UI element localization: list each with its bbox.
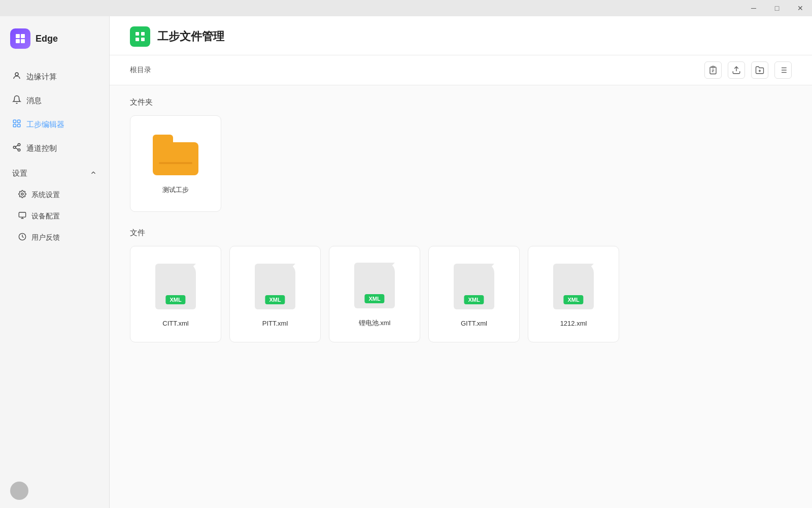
settings-child-feedback[interactable]: 用户反馈: [0, 227, 109, 248]
xml-file-icon: XML: [553, 264, 594, 309]
file-name: PITT.xml: [262, 320, 288, 327]
svg-rect-20: [141, 32, 145, 36]
minimize-button[interactable]: ─: [742, 0, 765, 16]
sidebar-nav: 边缘计算 消息 工步编辑器: [0, 61, 109, 473]
file-card-lithium[interactable]: XML 锂电池.xml: [329, 246, 420, 342]
content-area: 文件夹 测试工步 文件: [110, 85, 812, 508]
clipboard-button[interactable]: [704, 61, 722, 79]
chevron-up-icon: [90, 169, 97, 178]
clock-icon: [18, 233, 26, 243]
share-icon: [12, 143, 21, 154]
svg-rect-19: [136, 32, 139, 36]
sidebar-item-label: 通道控制: [26, 144, 57, 153]
sidebar-item-label: 消息: [26, 96, 42, 106]
settings-child-label: 系统设置: [31, 190, 60, 200]
gear-icon: [18, 190, 26, 200]
sidebar: Edge 边缘计算 消息: [0, 0, 110, 508]
avatar[interactable]: [10, 482, 28, 500]
svg-rect-22: [141, 38, 145, 41]
settings-child-device[interactable]: 设备配置: [0, 206, 109, 227]
xml-file-icon: XML: [454, 264, 494, 309]
svg-rect-0: [16, 34, 20, 38]
svg-rect-1: [21, 34, 25, 38]
titlebar: ─ □ ✕: [0, 0, 812, 16]
file-name: 锂电池.xml: [359, 319, 391, 328]
file-card-gitt[interactable]: XML GITT.xml: [428, 246, 520, 342]
sidebar-bottom: [0, 473, 109, 508]
settings-toggle[interactable]: 设置: [0, 163, 109, 184]
file-card-pitt[interactable]: XML PITT.xml: [229, 246, 321, 342]
app-name: Edge: [36, 34, 58, 44]
svg-line-13: [15, 145, 18, 147]
folders-section: 文件夹 测试工步: [130, 98, 792, 212]
svg-line-12: [15, 148, 18, 149]
upload-button[interactable]: [728, 61, 745, 79]
xml-badge: XML: [364, 294, 384, 303]
list-view-button[interactable]: [774, 61, 792, 79]
sidebar-item-edge-computing[interactable]: 边缘计算: [0, 65, 109, 89]
folder-icon: [153, 135, 198, 175]
breadcrumb-bar: 根目录: [110, 55, 812, 85]
xml-badge: XML: [563, 295, 583, 304]
settings-label: 设置: [12, 169, 27, 178]
svg-rect-2: [16, 39, 20, 43]
svg-rect-5: [13, 120, 16, 122]
monitor-icon: [18, 211, 26, 221]
folders-grid: 测试工步: [130, 115, 792, 212]
breadcrumb: 根目录: [130, 66, 151, 75]
person-icon: [12, 71, 21, 83]
folder-name: 测试工步: [162, 185, 189, 195]
sidebar-item-label: 工步编辑器: [26, 120, 64, 130]
bell-icon: [12, 95, 21, 107]
add-folder-button[interactable]: [751, 61, 768, 79]
svg-rect-15: [19, 212, 25, 217]
sidebar-item-label: 边缘计算: [26, 72, 57, 82]
settings-children: 系统设置 设备配置: [0, 184, 109, 248]
grid-icon: [12, 119, 21, 131]
sidebar-item-messages[interactable]: 消息: [0, 89, 109, 113]
svg-rect-23: [712, 67, 715, 68]
files-section-title: 文件: [130, 228, 792, 238]
file-card-citt[interactable]: XML CITT.xml: [130, 246, 221, 342]
files-section: 文件 XML CITT.xml XML: [130, 228, 792, 342]
xml-badge: XML: [464, 295, 484, 304]
folder-card-test-step[interactable]: 测试工步: [130, 115, 221, 212]
svg-rect-8: [18, 124, 20, 127]
svg-point-4: [15, 73, 18, 76]
file-card-1212[interactable]: XML 1212.xml: [528, 246, 619, 342]
xml-file-icon: XML: [155, 264, 196, 309]
close-button[interactable]: ✕: [789, 0, 812, 16]
svg-rect-7: [13, 124, 16, 127]
folders-section-title: 文件夹: [130, 98, 792, 107]
settings-child-label: 设备配置: [31, 212, 60, 221]
xml-badge: XML: [265, 295, 285, 304]
svg-point-11: [18, 149, 20, 151]
svg-point-10: [13, 146, 16, 149]
xml-file-icon: XML: [255, 264, 295, 309]
sidebar-item-step-editor[interactable]: 工步编辑器: [0, 113, 109, 137]
main-content: 工步文件管理 根目录: [110, 0, 812, 508]
xml-file-icon: XML: [354, 263, 395, 308]
page-header: 工步文件管理: [110, 16, 812, 55]
page-title: 工步文件管理: [157, 29, 224, 44]
settings-section: 设置 系统设置: [0, 163, 109, 248]
sidebar-item-channel-control[interactable]: 通道控制: [0, 137, 109, 161]
svg-rect-6: [18, 120, 20, 122]
file-name: GITT.xml: [461, 320, 487, 327]
logo-icon: [10, 28, 30, 49]
file-name: CITT.xml: [162, 320, 188, 327]
file-name: 1212.xml: [560, 320, 587, 327]
settings-child-system[interactable]: 系统设置: [0, 184, 109, 206]
svg-point-9: [18, 144, 20, 146]
maximize-button[interactable]: □: [765, 0, 789, 16]
toolbar: [704, 61, 792, 79]
xml-badge: XML: [165, 295, 185, 304]
svg-point-14: [21, 193, 23, 195]
svg-rect-3: [21, 39, 25, 43]
svg-rect-21: [136, 38, 139, 41]
app-logo: Edge: [0, 16, 109, 61]
settings-child-label: 用户反馈: [31, 233, 60, 242]
page-header-icon: [130, 26, 150, 47]
files-grid: XML CITT.xml XML PITT.xml: [130, 246, 792, 342]
